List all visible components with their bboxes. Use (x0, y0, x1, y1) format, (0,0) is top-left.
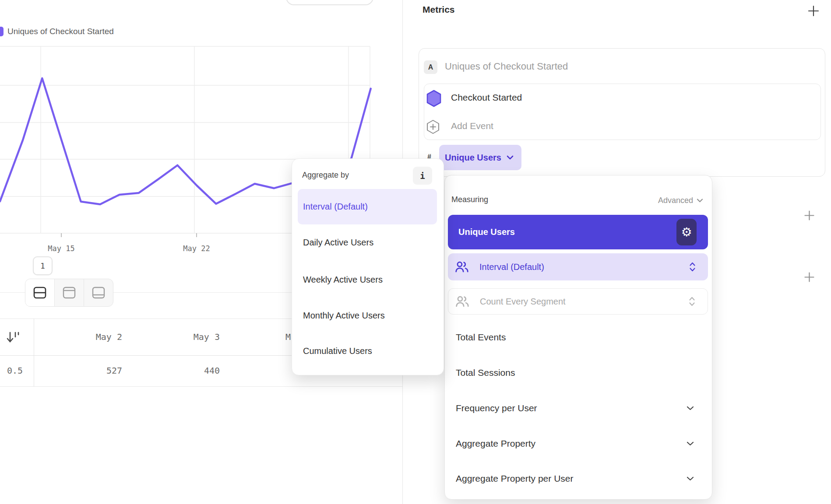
add-event-button[interactable]: Add Event (451, 121, 493, 131)
chevron-down-icon[interactable] (687, 441, 694, 446)
interval-selector-row[interactable]: Interval (Default) (448, 253, 708, 280)
selected-option-label: Unique Users (458, 227, 515, 237)
up-down-chevrons-icon (689, 262, 696, 272)
x-axis-label: May 15 (48, 244, 74, 253)
measuring-option-aggregate-property[interactable]: Aggregate Property (456, 438, 535, 449)
x-axis-ticks (61, 233, 197, 237)
chevron-down-icon (697, 199, 703, 203)
top-bar-view-icon (62, 286, 77, 299)
aggregate-option-dau[interactable]: Daily Active Users (303, 238, 373, 248)
table-cell: 440 (131, 357, 220, 384)
series-page-button[interactable]: 1 (33, 256, 53, 275)
count-every-segment-label: Count Every Segment (480, 297, 566, 307)
advanced-toggle-label: Advanced (658, 196, 693, 205)
add-metric-row-plus-icon[interactable] (804, 210, 814, 220)
event-hexagon-icon (426, 89, 442, 108)
event-name[interactable]: Checkout Started (451, 92, 522, 103)
add-formula-plus-icon[interactable] (804, 272, 814, 282)
info-icon[interactable]: i (413, 167, 432, 185)
bottom-bar-view-icon (91, 286, 106, 299)
aggregate-option-cumulative[interactable]: Cumulative Users (303, 346, 372, 356)
view-split-button[interactable] (25, 279, 54, 306)
table-row-border (0, 386, 402, 387)
measuring-option-unique-users-selected[interactable]: Unique Users ⚙ (448, 215, 708, 249)
measuring-option-aggregate-property-per-user[interactable]: Aggregate Property per User (456, 473, 573, 484)
up-down-chevrons-icon (689, 297, 695, 307)
measurement-chip-label: Unique Users (445, 153, 501, 163)
advanced-toggle[interactable]: Advanced (642, 196, 703, 205)
measuring-option-frequency-per-user[interactable]: Frequency per User (456, 403, 537, 413)
measuring-option-total-sessions[interactable]: Total Sessions (456, 368, 515, 378)
x-axis-label: May 22 (183, 244, 210, 253)
measurement-chip[interactable]: Unique Users (439, 145, 521, 170)
split-view-icon (32, 286, 47, 299)
measuring-option-total-events[interactable]: Total Events (456, 332, 506, 343)
metric-letter-badge: A (424, 60, 437, 74)
table-row-label: 0.5 (0, 357, 23, 384)
interval-selector-label: Interval (Default) (479, 262, 544, 272)
metrics-section-title: Metrics (423, 4, 455, 15)
table-header-cell[interactable]: May 3 (131, 325, 220, 349)
aggregate-by-title: Aggregate by (302, 171, 349, 180)
aggregate-option-mau[interactable]: Monthly Active Users (303, 311, 385, 321)
chevron-down-icon[interactable] (687, 476, 694, 481)
add-event-hexagon-plus-icon (426, 119, 440, 135)
aggregate-option-wau[interactable]: Weekly Active Users (303, 275, 383, 285)
metric-title[interactable]: Uniques of Checkout Started (445, 61, 568, 72)
chevron-down-icon (507, 155, 514, 160)
settings-button[interactable]: ⚙ (676, 219, 697, 245)
users-icon (454, 260, 470, 274)
chart-table-view-toggle (25, 279, 113, 307)
aggregate-option-interval[interactable]: Interval (Default) (303, 202, 368, 212)
view-table-only-button[interactable] (84, 279, 113, 306)
chevron-down-icon[interactable] (687, 406, 694, 410)
table-header-cell[interactable]: May 2 (34, 325, 122, 349)
view-chart-only-button[interactable] (54, 279, 84, 306)
sort-icon[interactable] (5, 329, 21, 345)
users-icon (454, 294, 470, 308)
count-every-segment-row[interactable]: Count Every Segment (448, 288, 708, 315)
insights-report-screen: Uniques of Checkout Started (0, 0, 831, 504)
table-cell: 527 (34, 357, 122, 384)
gear-icon: ⚙ (681, 226, 692, 238)
add-metric-plus-icon[interactable] (808, 5, 819, 17)
measuring-title: Measuring (451, 195, 488, 204)
